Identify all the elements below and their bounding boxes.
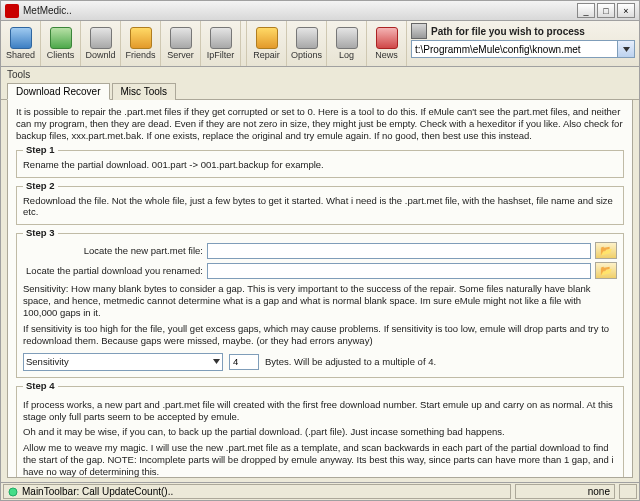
clients-icon <box>50 27 72 49</box>
toolbar-item-label: Log <box>339 50 354 60</box>
app-icon <box>5 4 19 18</box>
browse-new-button[interactable]: 📂 <box>595 242 617 259</box>
step1-group: Step 1 Rename the partial download. 001.… <box>16 150 624 178</box>
toolbar-item-shared[interactable]: Shared <box>1 21 41 66</box>
minimize-button[interactable]: _ <box>577 3 595 18</box>
tools-label: Tools <box>1 67 639 80</box>
path-label: Path for file you wish to process <box>431 26 585 37</box>
tabbar: Download Recover Misc Tools <box>1 80 639 100</box>
toolbar-item-label: Friends <box>125 50 155 60</box>
intro-text: It is possible to repair the .part.met f… <box>16 106 624 142</box>
svg-point-0 <box>9 488 17 496</box>
toolbar-item-log[interactable]: Log <box>327 21 367 66</box>
close-button[interactable]: × <box>617 3 635 18</box>
content-panel: It is possible to repair the .part.met f… <box>7 100 633 478</box>
server-icon <box>170 27 192 49</box>
options-icon <box>296 27 318 49</box>
toolbar-item-news[interactable]: News <box>367 21 407 66</box>
toolbar-item-options[interactable]: Options <box>287 21 327 66</box>
tab-misc-tools[interactable]: Misc Tools <box>112 83 177 100</box>
step4-t2: Oh and it may be wise, if you can, to ba… <box>23 426 617 438</box>
log-icon <box>336 27 358 49</box>
status-main: MainToolbar: Call UpdateCount().. <box>3 484 511 499</box>
step2-title: Step 2 <box>23 180 58 192</box>
toolbar-item-label: IpFilter <box>207 50 235 60</box>
shared-icon <box>10 27 32 49</box>
chevron-down-icon <box>623 47 630 52</box>
step4-t1: If process works, a new part and .part.m… <box>23 399 617 423</box>
step4-t3: Allow me to weave my magic. I will use t… <box>23 442 617 478</box>
step3-group: Step 3 Locate the new part.met file: 📂 L… <box>16 233 624 377</box>
toolbar-item-label: Clients <box>47 50 75 60</box>
toolbar-item-label: Downld <box>85 50 115 60</box>
toolbar-item-server[interactable]: Server <box>161 21 201 66</box>
status-right-text: none <box>588 486 610 497</box>
step3-title: Step 3 <box>23 227 58 239</box>
toolbar-item-friends[interactable]: Friends <box>121 21 161 66</box>
toolbar-item-label: News <box>375 50 398 60</box>
bytes-text: Bytes. Will be adjusted to a multiple of… <box>265 356 436 368</box>
browse-old-button[interactable]: 📂 <box>595 262 617 279</box>
bytes-input[interactable] <box>229 354 259 370</box>
folder-open-icon: 📂 <box>600 265 612 278</box>
repair-icon <box>256 27 278 49</box>
locate-old-input[interactable] <box>207 263 591 279</box>
locate-old-label: Locate the partial download you renamed: <box>23 265 203 277</box>
status-right: none <box>515 484 615 499</box>
toolbar-item-ipfilter[interactable]: IpFilter <box>201 21 241 66</box>
sensitivity-select[interactable]: Sensitivity <box>23 353 223 371</box>
toolbar-item-label: Server <box>167 50 194 60</box>
status-main-text: MainToolbar: Call UpdateCount().. <box>22 486 173 497</box>
sensitivity-select-label: Sensitivity <box>26 356 69 368</box>
step2-text: Redownload the file. Not the whole file,… <box>23 195 617 219</box>
step2-group: Step 2 Redownload the file. Not the whol… <box>16 186 624 226</box>
toolbar-item-repair[interactable]: Repair <box>247 21 287 66</box>
locate-new-label: Locate the new part.met file: <box>23 245 203 257</box>
chevron-down-icon <box>213 359 220 364</box>
downld-icon <box>90 27 112 49</box>
locate-new-input[interactable] <box>207 243 591 259</box>
ipfilter-icon <box>210 27 232 49</box>
window-title: MetMedic.. <box>23 5 72 16</box>
path-area: Path for file you wish to process <box>407 21 639 66</box>
step1-text: Rename the partial download. 001.part ->… <box>23 159 617 171</box>
path-input[interactable] <box>411 40 618 58</box>
step4-group: Step 4 If process works, a new part and … <box>16 386 624 478</box>
path-dropdown-button[interactable] <box>618 40 635 58</box>
toolbar-item-downld[interactable]: Downld <box>81 21 121 66</box>
titlebar: MetMedic.. _ □ × <box>1 1 639 21</box>
news-icon <box>376 27 398 49</box>
folder-open-icon: 📂 <box>600 245 612 258</box>
sensitivity-warn: If sensitivity is too high for the file,… <box>23 323 617 347</box>
status-icon <box>8 487 18 497</box>
status-grip <box>619 484 637 499</box>
friends-icon <box>130 27 152 49</box>
path-icon <box>411 23 427 39</box>
toolbar-item-clients[interactable]: Clients <box>41 21 81 66</box>
tab-download-recover[interactable]: Download Recover <box>7 83 110 100</box>
app-window: MetMedic.. _ □ × SharedClientsDownldFrie… <box>0 0 640 501</box>
toolbar-item-label: Options <box>291 50 322 60</box>
toolbar-item-label: Repair <box>253 50 280 60</box>
toolbar-item-label: Shared <box>6 50 35 60</box>
maximize-button[interactable]: □ <box>597 3 615 18</box>
step4-title: Step 4 <box>23 380 58 392</box>
sensitivity-text: Sensitivity: How many blank bytes to con… <box>23 283 617 319</box>
step1-title: Step 1 <box>23 144 58 156</box>
statusbar: MainToolbar: Call UpdateCount().. none <box>1 482 639 500</box>
main-toolbar: SharedClientsDownldFriendsServerIpFilter… <box>1 21 639 67</box>
